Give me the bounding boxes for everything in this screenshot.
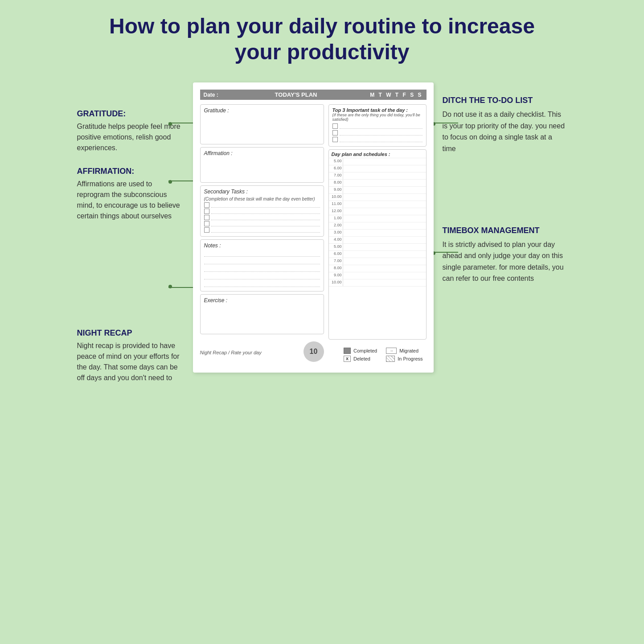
schedule-row-15[interactable]: 8.00: [329, 265, 426, 272]
slot-15[interactable]: [343, 265, 426, 272]
checkbox-2[interactable]: [204, 209, 209, 214]
slot-6[interactable]: [343, 201, 426, 208]
night-recap-field-label: Night Recap / Rate your day: [200, 350, 299, 355]
schedule-row-2[interactable]: 7.00: [329, 172, 426, 180]
top3-cb-1[interactable]: [332, 123, 338, 129]
page-title: How to plan your daily routine to increa…: [18, 13, 626, 65]
schedule-row-10[interactable]: 3.00: [329, 230, 426, 237]
secondary-tasks-field: Secondary Tasks : (Completion of these t…: [200, 185, 324, 237]
slot-4[interactable]: [343, 187, 426, 193]
schedule-row-7[interactable]: 12.00: [329, 208, 426, 215]
gratitude-field[interactable]: Gratitude :: [200, 104, 324, 144]
time-2: 7.00: [329, 172, 343, 179]
checkbox-5[interactable]: [204, 227, 209, 233]
schedule-row-6[interactable]: 11.00: [329, 201, 426, 208]
slot-13[interactable]: [343, 251, 426, 258]
legend-completed: Completed: [344, 348, 377, 354]
time-6: 11.00: [329, 201, 343, 208]
checkbox-3[interactable]: [204, 215, 209, 220]
deleted-label: Deleted: [353, 356, 370, 361]
planner-body: Gratitude : Affirmation : Secondary Task…: [200, 104, 427, 364]
top3-cb-2[interactable]: [332, 130, 338, 135]
ditch-section: DITCH THE TO-DO LIST Do not use it as a …: [443, 96, 567, 154]
top3-cb-3[interactable]: [332, 137, 338, 142]
schedule-row-11[interactable]: 4.00: [329, 237, 426, 244]
migrated-label: Migrated: [399, 348, 418, 353]
legend-col-1: Completed X Deleted: [344, 348, 377, 362]
time-7: 12.00: [329, 208, 343, 215]
night-recap-circle[interactable]: 10: [304, 341, 324, 362]
time-17: 10.00: [329, 279, 343, 286]
task-row-4[interactable]: [204, 221, 320, 226]
task-line-4: [211, 221, 320, 226]
time-5: 10.00: [329, 194, 343, 201]
schedule-row-5[interactable]: 10.00: [329, 194, 426, 201]
schedule-row-3[interactable]: 8.00: [329, 180, 426, 187]
timebox-title: TIMEBOX MANAGEMENT: [443, 226, 567, 235]
schedule-row-12[interactable]: 5.00: [329, 244, 426, 251]
task-line-1: [211, 202, 320, 208]
schedule-row-16[interactable]: 9.00: [329, 272, 426, 279]
slot-14[interactable]: [343, 258, 426, 265]
schedule-row-1[interactable]: 6.00: [329, 165, 426, 172]
slot-5[interactable]: [343, 194, 426, 201]
schedule-row-4[interactable]: 9.00: [329, 187, 426, 194]
affirmation-field[interactable]: Affirmation :: [200, 147, 324, 183]
right-column: DITCH THE TO-DO LIST Do not use it as a …: [434, 82, 567, 302]
night-recap-section: NIGHT RECAP Night recap is provided to h…: [77, 328, 184, 383]
schedule-row-13[interactable]: 6.00: [329, 251, 426, 258]
slot-1[interactable]: [343, 165, 426, 172]
slot-16[interactable]: [343, 272, 426, 279]
arrow-night-left: [168, 287, 193, 288]
top3-line-3: [340, 137, 422, 142]
slot-0[interactable]: [343, 158, 426, 165]
top3-subtitle: (If these are the only thing you did tod…: [332, 113, 422, 122]
night-recap-number: 10: [310, 348, 318, 356]
top3-row-2[interactable]: [332, 130, 422, 135]
legend-deleted: X Deleted: [344, 356, 377, 362]
note-line-1: [204, 250, 320, 257]
time-1: 6.00: [329, 165, 343, 172]
arrow-ditch-right: [434, 123, 458, 123]
timebox-body: It is strictly advised to plan your day …: [443, 239, 567, 284]
ditch-body: Do not use it as a daily checklist. This…: [443, 109, 567, 154]
slot-17[interactable]: [343, 279, 426, 286]
slot-10[interactable]: [343, 230, 426, 236]
slot-3[interactable]: [343, 180, 426, 186]
checkbox-4[interactable]: [204, 221, 209, 226]
schedule-row-17[interactable]: 10.00: [329, 279, 426, 287]
schedule-row-14[interactable]: 7.00: [329, 258, 426, 265]
top3-row-1[interactable]: [332, 123, 422, 129]
left-column: GRATITUDE: Gratitude helps people feel m…: [77, 82, 193, 397]
slot-7[interactable]: [343, 208, 426, 215]
slot-12[interactable]: [343, 244, 426, 250]
dot-night-left: [168, 285, 172, 288]
schedule-rows: 5.00 6.00 7.00 8.00 9.00 10.00 11.00 12.…: [329, 158, 426, 287]
affirmation-title: AFFIRMATION:: [77, 167, 184, 176]
night-recap-row: Night Recap / Rate your day 10: [200, 340, 324, 364]
slot-2[interactable]: [343, 172, 426, 179]
note-line-4: [204, 273, 320, 279]
schedule-row-9[interactable]: 2.00: [329, 222, 426, 230]
checkbox-1[interactable]: [204, 202, 209, 208]
notes-field[interactable]: Notes :: [200, 239, 324, 291]
schedule-row-8[interactable]: 1.00: [329, 215, 426, 222]
slot-9[interactable]: [343, 222, 426, 229]
arrow-gratitude-left: [168, 123, 193, 123]
slot-8[interactable]: [343, 215, 426, 222]
top3-row-3[interactable]: [332, 137, 422, 142]
legend-col-2: → Migrated In Progress: [386, 348, 422, 362]
planner-left-fields: Gratitude : Affirmation : Secondary Task…: [200, 104, 324, 364]
task-row-5[interactable]: [204, 227, 320, 233]
schedule-row-0[interactable]: 5.00: [329, 158, 426, 165]
arrow-affirmation-left: [168, 180, 193, 181]
slot-11[interactable]: [343, 237, 426, 243]
task-row-1[interactable]: [204, 202, 320, 208]
task-row-3[interactable]: [204, 215, 320, 220]
time-4: 9.00: [329, 187, 343, 193]
planner-container: Date : TODAY'S PLAN M T W T F S S Gratit…: [193, 82, 434, 373]
time-8: 1.00: [329, 215, 343, 222]
secondary-tasks-subtitle: (Completion of these task will make the …: [204, 197, 320, 201]
exercise-field[interactable]: Exercise :: [200, 294, 324, 334]
task-row-2[interactable]: [204, 209, 320, 214]
